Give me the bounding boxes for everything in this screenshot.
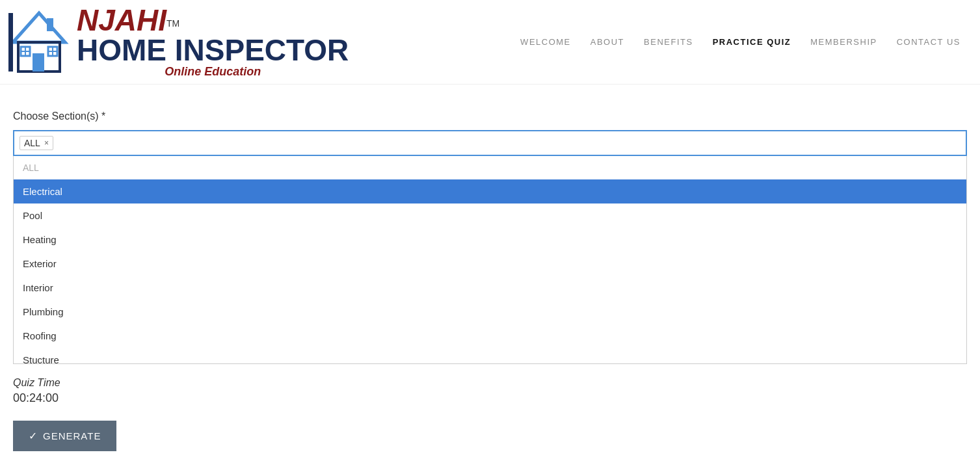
generate-button[interactable]: ✓ GENERATE: [13, 421, 116, 451]
dropdown-option-interior[interactable]: Interior: [14, 276, 966, 300]
nav-membership[interactable]: MEMBERSHIP: [810, 37, 877, 47]
selected-tag: ALL ×: [20, 136, 53, 150]
logo: NJAHITM HOME INSPECTOR Online Education: [7, 5, 349, 79]
nav-practice-quiz[interactable]: PRACTICE QUIZ: [713, 37, 791, 47]
nav-contact-us[interactable]: CONTACT US: [897, 37, 960, 47]
header: NJAHITM HOME INSPECTOR Online Education …: [0, 0, 980, 85]
dropdown-option-all[interactable]: ALL: [14, 156, 966, 179]
logo-njahi: NJAHI: [77, 3, 166, 37]
checkmark-icon: ✓: [29, 430, 38, 442]
section-label: Choose Section(s) *: [13, 111, 967, 122]
logo-subtitle: Online Education: [165, 65, 261, 78]
dropdown-option-pool[interactable]: Pool: [14, 203, 966, 228]
dropdown-option-roofing[interactable]: Roofing: [14, 324, 966, 348]
nav: WELCOME ABOUT BENEFITS PRACTICE QUIZ MEM…: [520, 37, 960, 47]
quiz-time-value: 00:24:00: [13, 391, 967, 405]
svg-marker-0: [13, 13, 65, 42]
svg-rect-1: [47, 18, 53, 31]
nav-benefits[interactable]: BENEFITS: [644, 37, 693, 47]
dropdown-option-heating[interactable]: Heating: [14, 228, 966, 252]
dropdown-option-plumbing[interactable]: Plumbing: [14, 300, 966, 324]
svg-rect-3: [33, 53, 44, 72]
logo-text: NJAHITM HOME INSPECTOR Online Education: [77, 5, 349, 79]
section-select-box[interactable]: ALL ×: [13, 130, 967, 156]
dropdown-option-electrical[interactable]: Electrical: [14, 179, 966, 203]
svg-rect-10: [8, 13, 13, 72]
logo-home-inspector: HOME INSPECTOR: [77, 33, 349, 67]
quiz-time-label: Quiz Time: [13, 377, 967, 389]
nav-about[interactable]: ABOUT: [590, 37, 624, 47]
main-content: Choose Section(s) * ALL × ALL Electrical…: [0, 85, 980, 464]
dropdown-option-exterior[interactable]: Exterior: [14, 252, 966, 276]
quiz-time-section: Quiz Time 00:24:00: [13, 377, 967, 405]
nav-welcome[interactable]: WELCOME: [520, 37, 571, 47]
logo-icon: [7, 7, 72, 78]
generate-button-label: GENERATE: [43, 430, 101, 441]
dropdown-list[interactable]: ALL Electrical Pool Heating Exterior Int…: [13, 156, 967, 364]
dropdown-option-stucture[interactable]: Stucture: [14, 348, 966, 364]
tag-close-button[interactable]: ×: [44, 138, 49, 148]
section-selector-wrapper: ALL × ALL Electrical Pool Heating Exteri…: [13, 130, 967, 364]
